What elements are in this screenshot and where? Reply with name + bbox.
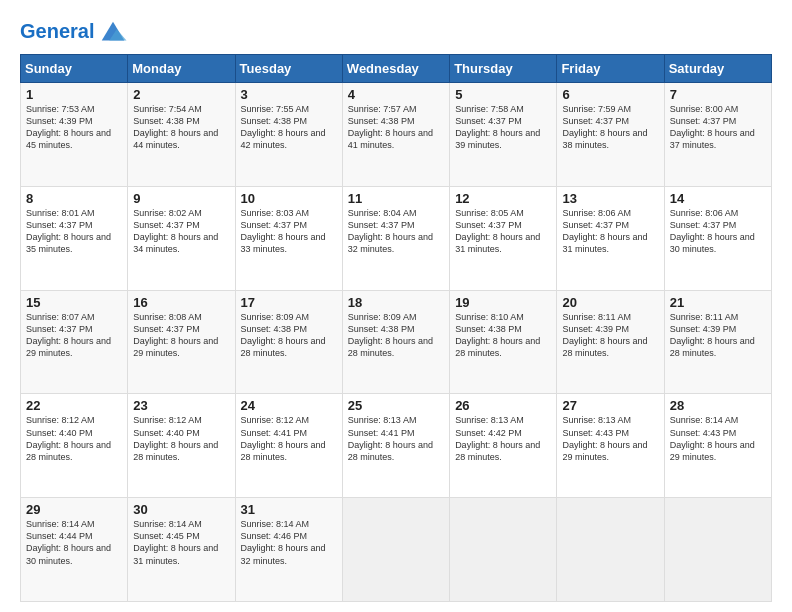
day-number: 19 — [455, 295, 551, 310]
calendar-cell: 14Sunrise: 8:06 AMSunset: 4:37 PMDayligh… — [664, 186, 771, 290]
calendar-cell: 26Sunrise: 8:13 AMSunset: 4:42 PMDayligh… — [450, 394, 557, 498]
calendar-cell: 18Sunrise: 8:09 AMSunset: 4:38 PMDayligh… — [342, 290, 449, 394]
calendar-cell: 28Sunrise: 8:14 AMSunset: 4:43 PMDayligh… — [664, 394, 771, 498]
calendar-cell: 2Sunrise: 7:54 AMSunset: 4:38 PMDaylight… — [128, 83, 235, 187]
day-number: 26 — [455, 398, 551, 413]
cell-details: Sunrise: 7:59 AMSunset: 4:37 PMDaylight:… — [562, 103, 658, 152]
day-number: 2 — [133, 87, 229, 102]
calendar-cell: 5Sunrise: 7:58 AMSunset: 4:37 PMDaylight… — [450, 83, 557, 187]
weekday-header: Friday — [557, 55, 664, 83]
weekday-header: Tuesday — [235, 55, 342, 83]
weekday-header: Monday — [128, 55, 235, 83]
day-number: 27 — [562, 398, 658, 413]
day-number: 3 — [241, 87, 337, 102]
cell-details: Sunrise: 8:12 AMSunset: 4:40 PMDaylight:… — [26, 414, 122, 463]
cell-details: Sunrise: 8:13 AMSunset: 4:41 PMDaylight:… — [348, 414, 444, 463]
day-number: 23 — [133, 398, 229, 413]
calendar-cell: 21Sunrise: 8:11 AMSunset: 4:39 PMDayligh… — [664, 290, 771, 394]
cell-details: Sunrise: 7:58 AMSunset: 4:37 PMDaylight:… — [455, 103, 551, 152]
cell-details: Sunrise: 7:57 AMSunset: 4:38 PMDaylight:… — [348, 103, 444, 152]
day-number: 18 — [348, 295, 444, 310]
day-number: 8 — [26, 191, 122, 206]
calendar-cell: 4Sunrise: 7:57 AMSunset: 4:38 PMDaylight… — [342, 83, 449, 187]
cell-details: Sunrise: 8:08 AMSunset: 4:37 PMDaylight:… — [133, 311, 229, 360]
weekday-header-row: SundayMondayTuesdayWednesdayThursdayFrid… — [21, 55, 772, 83]
day-number: 1 — [26, 87, 122, 102]
day-number: 16 — [133, 295, 229, 310]
cell-details: Sunrise: 7:55 AMSunset: 4:38 PMDaylight:… — [241, 103, 337, 152]
calendar-cell: 29Sunrise: 8:14 AMSunset: 4:44 PMDayligh… — [21, 498, 128, 602]
calendar-cell: 27Sunrise: 8:13 AMSunset: 4:43 PMDayligh… — [557, 394, 664, 498]
weekday-header: Thursday — [450, 55, 557, 83]
logo: General — [20, 16, 128, 46]
calendar-cell: 20Sunrise: 8:11 AMSunset: 4:39 PMDayligh… — [557, 290, 664, 394]
cell-details: Sunrise: 8:11 AMSunset: 4:39 PMDaylight:… — [670, 311, 766, 360]
cell-details: Sunrise: 8:11 AMSunset: 4:39 PMDaylight:… — [562, 311, 658, 360]
calendar-cell: 16Sunrise: 8:08 AMSunset: 4:37 PMDayligh… — [128, 290, 235, 394]
calendar-cell — [450, 498, 557, 602]
logo-text: General — [20, 20, 94, 42]
logo-icon — [98, 16, 128, 46]
weekday-header: Saturday — [664, 55, 771, 83]
cell-details: Sunrise: 8:00 AMSunset: 4:37 PMDaylight:… — [670, 103, 766, 152]
calendar-week-row: 8Sunrise: 8:01 AMSunset: 4:37 PMDaylight… — [21, 186, 772, 290]
calendar-cell: 1Sunrise: 7:53 AMSunset: 4:39 PMDaylight… — [21, 83, 128, 187]
day-number: 12 — [455, 191, 551, 206]
calendar-cell: 7Sunrise: 8:00 AMSunset: 4:37 PMDaylight… — [664, 83, 771, 187]
calendar-cell — [664, 498, 771, 602]
day-number: 28 — [670, 398, 766, 413]
calendar-week-row: 29Sunrise: 8:14 AMSunset: 4:44 PMDayligh… — [21, 498, 772, 602]
day-number: 7 — [670, 87, 766, 102]
day-number: 31 — [241, 502, 337, 517]
calendar-week-row: 1Sunrise: 7:53 AMSunset: 4:39 PMDaylight… — [21, 83, 772, 187]
calendar-cell: 10Sunrise: 8:03 AMSunset: 4:37 PMDayligh… — [235, 186, 342, 290]
cell-details: Sunrise: 8:07 AMSunset: 4:37 PMDaylight:… — [26, 311, 122, 360]
cell-details: Sunrise: 8:09 AMSunset: 4:38 PMDaylight:… — [348, 311, 444, 360]
cell-details: Sunrise: 8:06 AMSunset: 4:37 PMDaylight:… — [670, 207, 766, 256]
cell-details: Sunrise: 7:54 AMSunset: 4:38 PMDaylight:… — [133, 103, 229, 152]
weekday-header: Sunday — [21, 55, 128, 83]
calendar-cell: 17Sunrise: 8:09 AMSunset: 4:38 PMDayligh… — [235, 290, 342, 394]
day-number: 29 — [26, 502, 122, 517]
cell-details: Sunrise: 8:14 AMSunset: 4:46 PMDaylight:… — [241, 518, 337, 567]
calendar-cell — [557, 498, 664, 602]
calendar-cell: 3Sunrise: 7:55 AMSunset: 4:38 PMDaylight… — [235, 83, 342, 187]
day-number: 25 — [348, 398, 444, 413]
day-number: 11 — [348, 191, 444, 206]
cell-details: Sunrise: 8:05 AMSunset: 4:37 PMDaylight:… — [455, 207, 551, 256]
calendar-cell: 24Sunrise: 8:12 AMSunset: 4:41 PMDayligh… — [235, 394, 342, 498]
header: General — [20, 16, 772, 46]
cell-details: Sunrise: 8:10 AMSunset: 4:38 PMDaylight:… — [455, 311, 551, 360]
day-number: 6 — [562, 87, 658, 102]
cell-details: Sunrise: 8:03 AMSunset: 4:37 PMDaylight:… — [241, 207, 337, 256]
calendar: SundayMondayTuesdayWednesdayThursdayFrid… — [20, 54, 772, 602]
cell-details: Sunrise: 8:06 AMSunset: 4:37 PMDaylight:… — [562, 207, 658, 256]
calendar-cell — [342, 498, 449, 602]
calendar-cell: 12Sunrise: 8:05 AMSunset: 4:37 PMDayligh… — [450, 186, 557, 290]
calendar-cell: 15Sunrise: 8:07 AMSunset: 4:37 PMDayligh… — [21, 290, 128, 394]
day-number: 13 — [562, 191, 658, 206]
calendar-cell: 30Sunrise: 8:14 AMSunset: 4:45 PMDayligh… — [128, 498, 235, 602]
page: General SundayMondayTuesdayWednesdayThur… — [0, 0, 792, 612]
day-number: 17 — [241, 295, 337, 310]
day-number: 5 — [455, 87, 551, 102]
calendar-cell: 11Sunrise: 8:04 AMSunset: 4:37 PMDayligh… — [342, 186, 449, 290]
cell-details: Sunrise: 8:14 AMSunset: 4:43 PMDaylight:… — [670, 414, 766, 463]
cell-details: Sunrise: 8:01 AMSunset: 4:37 PMDaylight:… — [26, 207, 122, 256]
cell-details: Sunrise: 8:09 AMSunset: 4:38 PMDaylight:… — [241, 311, 337, 360]
day-number: 9 — [133, 191, 229, 206]
calendar-cell: 31Sunrise: 8:14 AMSunset: 4:46 PMDayligh… — [235, 498, 342, 602]
calendar-week-row: 15Sunrise: 8:07 AMSunset: 4:37 PMDayligh… — [21, 290, 772, 394]
cell-details: Sunrise: 8:04 AMSunset: 4:37 PMDaylight:… — [348, 207, 444, 256]
cell-details: Sunrise: 8:12 AMSunset: 4:40 PMDaylight:… — [133, 414, 229, 463]
calendar-week-row: 22Sunrise: 8:12 AMSunset: 4:40 PMDayligh… — [21, 394, 772, 498]
calendar-cell: 22Sunrise: 8:12 AMSunset: 4:40 PMDayligh… — [21, 394, 128, 498]
calendar-cell: 6Sunrise: 7:59 AMSunset: 4:37 PMDaylight… — [557, 83, 664, 187]
cell-details: Sunrise: 8:14 AMSunset: 4:44 PMDaylight:… — [26, 518, 122, 567]
day-number: 4 — [348, 87, 444, 102]
day-number: 24 — [241, 398, 337, 413]
day-number: 30 — [133, 502, 229, 517]
cell-details: Sunrise: 8:14 AMSunset: 4:45 PMDaylight:… — [133, 518, 229, 567]
calendar-cell: 23Sunrise: 8:12 AMSunset: 4:40 PMDayligh… — [128, 394, 235, 498]
calendar-cell: 25Sunrise: 8:13 AMSunset: 4:41 PMDayligh… — [342, 394, 449, 498]
